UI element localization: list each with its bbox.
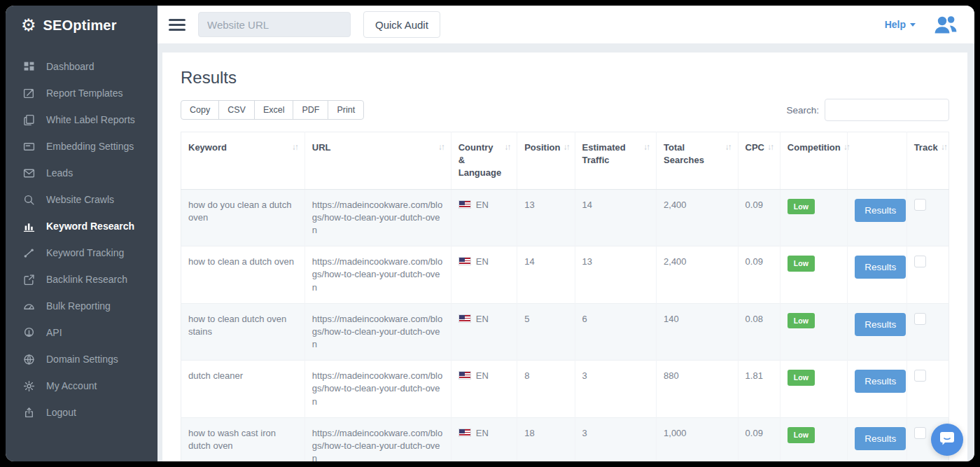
results-button[interactable]: Results bbox=[855, 313, 906, 336]
track-cell bbox=[906, 303, 948, 361]
sidebar-item-label: Leads bbox=[46, 167, 73, 179]
sidebar-item-dashboard[interactable]: Dashboard bbox=[6, 53, 158, 80]
results-button[interactable]: Results bbox=[855, 256, 906, 279]
column-header-country-language[interactable]: Country & Language↓↑ bbox=[451, 132, 517, 190]
column-header-competition[interactable]: Competition↓↑ bbox=[780, 132, 847, 190]
country-cell: EN bbox=[451, 361, 517, 418]
sidebar-item-bulk-reporting[interactable]: Bulk Reporting bbox=[6, 293, 158, 319]
total-searches-cell: 1,000 bbox=[657, 417, 738, 461]
column-header-track[interactable]: Track↓↑ bbox=[906, 132, 948, 190]
seoptimer-logo[interactable]: ⚙ SEOptimer bbox=[6, 6, 158, 49]
sidebar-item-website-crawls[interactable]: Website Crawls bbox=[6, 186, 158, 213]
results-button[interactable]: Results bbox=[855, 199, 906, 222]
table-row: dutch cleanerhttps://madeincookware.com/… bbox=[181, 361, 949, 418]
table-row: how do you clean a dutch ovenhttps://mad… bbox=[181, 189, 949, 246]
column-header-cpc[interactable]: CPC↓↑ bbox=[738, 132, 780, 190]
export-copy-button[interactable]: Copy bbox=[181, 100, 219, 120]
action-cell: Results bbox=[848, 417, 906, 461]
table-row: how to clean dutch oven stainshttps://ma… bbox=[181, 303, 949, 361]
results-button[interactable]: Results bbox=[855, 427, 906, 450]
column-label: Keyword bbox=[188, 141, 227, 154]
sidebar-item-report-templates[interactable]: Report Templates bbox=[6, 80, 158, 106]
sidebar-item-keyword-research[interactable]: Keyword Research bbox=[6, 213, 158, 239]
column-label: Track bbox=[914, 141, 938, 154]
column-header-actions bbox=[848, 132, 906, 190]
website-url-input[interactable] bbox=[198, 12, 351, 37]
export-excel-button[interactable]: Excel bbox=[254, 100, 294, 120]
sidebar-item-white-label-reports[interactable]: White Label Reports bbox=[6, 106, 158, 133]
country-cell: EN bbox=[451, 303, 517, 361]
hamburger-menu-icon[interactable] bbox=[169, 19, 186, 31]
track-checkbox[interactable] bbox=[914, 199, 926, 211]
pencil-square-icon bbox=[22, 87, 35, 99]
app-window: ⚙ SEOptimer DashboardReport TemplatesWhi… bbox=[6, 6, 974, 461]
sort-arrows-icon: ↓↑ bbox=[643, 141, 649, 167]
users-icon[interactable] bbox=[934, 14, 958, 35]
track-checkbox[interactable] bbox=[914, 256, 926, 267]
track-cell bbox=[906, 361, 948, 418]
page-title: Results bbox=[181, 68, 949, 88]
cloud-download-icon bbox=[22, 326, 35, 339]
sort-arrows-icon: ↓↑ bbox=[563, 141, 568, 154]
sidebar-item-keyword-tracking[interactable]: Keyword Tracking bbox=[6, 239, 158, 266]
total-searches-cell: 2,400 bbox=[657, 246, 738, 304]
topbar: Quick Audit Help bbox=[158, 6, 974, 43]
url-cell: https://madeincookware.com/blogs/how-to-… bbox=[304, 417, 451, 461]
search-icon bbox=[22, 193, 35, 206]
column-label: Estimated Traffic bbox=[582, 141, 641, 167]
us-flag-icon bbox=[458, 371, 471, 379]
competition-badge: Low bbox=[788, 427, 815, 443]
sidebar-item-backlink-research[interactable]: Backlink Research bbox=[6, 266, 158, 293]
sort-arrows-icon: ↓↑ bbox=[725, 141, 731, 167]
position-cell: 13 bbox=[517, 189, 575, 246]
content-area: Results CopyCSVExcelPDFPrint Search: bbox=[158, 43, 974, 461]
cpc-cell: 1.81 bbox=[738, 361, 780, 418]
bar-chart-icon bbox=[22, 220, 35, 232]
competition-cell: Low bbox=[780, 361, 847, 418]
quick-audit-button[interactable]: Quick Audit bbox=[363, 11, 440, 38]
column-label: Country & Language bbox=[458, 141, 501, 180]
table-row: how to wash cast iron dutch ovenhttps://… bbox=[181, 417, 949, 461]
column-label: Competition bbox=[788, 141, 841, 154]
track-checkbox[interactable] bbox=[914, 427, 926, 439]
sidebar-item-leads[interactable]: Leads bbox=[6, 160, 158, 186]
sidebar-item-label: Embedding Settings bbox=[46, 141, 134, 152]
track-checkbox[interactable] bbox=[914, 370, 926, 382]
competition-badge: Low bbox=[788, 370, 815, 386]
track-checkbox[interactable] bbox=[914, 313, 926, 325]
sidebar-item-label: Bulk Reporting bbox=[46, 300, 111, 312]
column-header-estimated-traffic[interactable]: Estimated Traffic↓↑ bbox=[575, 132, 657, 190]
url-cell: https://madeincookware.com/blogs/how-to-… bbox=[304, 303, 451, 361]
sidebar-item-api[interactable]: API bbox=[6, 319, 158, 346]
sidebar-item-label: Keyword Research bbox=[46, 221, 134, 232]
cpc-cell: 0.09 bbox=[738, 417, 780, 461]
card-icon bbox=[22, 140, 35, 153]
results-button[interactable]: Results bbox=[855, 370, 906, 393]
action-cell: Results bbox=[848, 361, 906, 418]
column-header-url[interactable]: URL↓↑ bbox=[304, 132, 451, 190]
table-body: how do you clean a dutch ovenhttps://mad… bbox=[181, 189, 949, 461]
column-header-keyword[interactable]: Keyword↓↑ bbox=[181, 132, 305, 190]
help-dropdown[interactable]: Help bbox=[885, 19, 916, 30]
sidebar-item-embedding-settings[interactable]: Embedding Settings bbox=[6, 133, 158, 160]
column-header-total-searches[interactable]: Total Searches↓↑ bbox=[657, 132, 738, 190]
chevron-down-icon bbox=[910, 23, 916, 27]
sidebar-item-domain-settings[interactable]: Domain Settings bbox=[6, 346, 158, 372]
sidebar-item-label: My Account bbox=[46, 380, 97, 391]
column-header-position[interactable]: Position↓↑ bbox=[517, 132, 575, 190]
action-cell: Results bbox=[848, 303, 906, 361]
competition-cell: Low bbox=[780, 189, 847, 246]
cpc-cell: 0.08 bbox=[738, 303, 780, 361]
search-input[interactable] bbox=[825, 99, 949, 121]
position-cell: 14 bbox=[517, 246, 575, 304]
globe-icon bbox=[22, 353, 35, 365]
track-cell bbox=[906, 246, 948, 304]
sidebar-item-logout[interactable]: Logout bbox=[6, 399, 158, 426]
chat-launcher-button[interactable] bbox=[931, 424, 963, 456]
estimated-traffic-cell: 14 bbox=[575, 189, 657, 246]
sidebar-item-my-account[interactable]: My Account bbox=[6, 372, 158, 399]
export-pdf-button[interactable]: PDF bbox=[293, 100, 328, 120]
export-print-button[interactable]: Print bbox=[328, 100, 364, 120]
external-link-icon bbox=[22, 273, 35, 286]
export-csv-button[interactable]: CSV bbox=[218, 100, 255, 120]
